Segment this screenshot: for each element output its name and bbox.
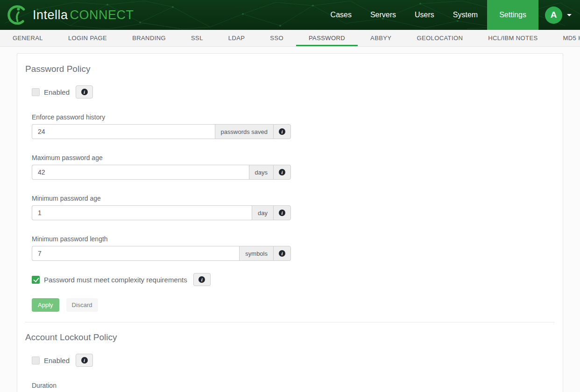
tab-ldap[interactable]: LDAP: [216, 30, 258, 46]
field-minimum-password-age: Minimum password age day: [32, 195, 555, 220]
tab-geolocation[interactable]: GEOLOCATION: [404, 30, 475, 46]
nav-item-settings[interactable]: Settings: [487, 0, 538, 30]
apply-button[interactable]: Apply: [32, 298, 59, 312]
top-navbar: IntellaCONNECT Cases Servers Users Syste…: [0, 0, 580, 30]
enforce-password-history-input[interactable]: [32, 124, 215, 139]
tab-login-page[interactable]: LOGIN PAGE: [56, 30, 120, 46]
tab-ssl[interactable]: SSL: [178, 30, 216, 46]
maximum-password-age-input[interactable]: [32, 165, 249, 180]
lockout-policy-title: Account Lockout Policy: [25, 332, 555, 343]
field-label: Enforce password history: [32, 113, 555, 121]
unit-addon: passwords saved: [215, 124, 273, 139]
password-policy-enabled-row: Enabled: [32, 85, 555, 98]
tab-hcl-ibm-notes[interactable]: HCL/IBM NOTES: [475, 30, 550, 46]
complexity-requirements-row: Password must meet complexity requiremen…: [32, 273, 555, 286]
lockout-policy-enabled-info-button[interactable]: [76, 354, 93, 367]
nav-item-system[interactable]: System: [444, 0, 487, 30]
chevron-down-icon: [567, 14, 572, 16]
lockout-policy-enabled-checkbox[interactable]: [32, 357, 40, 364]
password-policy-actions: Apply Discard: [32, 298, 555, 312]
settings-content: Password Policy Enabled Enforce password…: [0, 47, 580, 392]
field-label: Maximum password age: [32, 154, 555, 161]
info-icon: [81, 357, 88, 364]
field-minimum-password-length: Minimum password length symbols: [32, 235, 555, 261]
brand[interactable]: IntellaCONNECT: [0, 4, 134, 26]
info-icon: [81, 89, 88, 95]
input-group: days: [32, 165, 291, 180]
settings-tabbar: GENERAL LOGIN PAGE BRANDING SSL LDAP SSO…: [0, 30, 580, 47]
tab-branding[interactable]: BRANDING: [120, 30, 178, 46]
brand-name-secondary: CONNECT: [70, 8, 134, 22]
minimum-password-age-input[interactable]: [32, 205, 252, 220]
password-settings-card: Password Policy Enabled Enforce password…: [17, 53, 563, 392]
field-label: Duration: [32, 382, 555, 389]
info-icon: [279, 210, 285, 216]
user-menu[interactable]: A: [538, 7, 580, 24]
lockout-policy-enabled-row: Enabled: [32, 354, 555, 367]
main-navigation: Cases Servers Users System Settings A: [321, 0, 580, 30]
input-group: day: [32, 205, 291, 220]
field-info-button[interactable]: [273, 246, 291, 261]
field-maximum-password-age: Maximum password age days: [32, 154, 555, 180]
field-info-button[interactable]: [273, 205, 291, 220]
unit-addon: day: [252, 205, 273, 220]
password-policy-enabled-checkbox[interactable]: [32, 88, 40, 96]
tab-password[interactable]: PASSWORD: [296, 30, 358, 46]
section-divider: [25, 322, 555, 322]
nav-item-servers[interactable]: Servers: [361, 0, 405, 30]
password-policy-enabled-label: Enabled: [44, 88, 70, 96]
info-icon: [279, 169, 285, 175]
password-policy-title: Password Policy: [25, 64, 555, 74]
avatar[interactable]: A: [545, 7, 562, 24]
discard-button[interactable]: Discard: [66, 298, 98, 312]
tab-md5-hashes[interactable]: MD5 HASHES: [551, 30, 580, 46]
tab-general[interactable]: GENERAL: [0, 30, 56, 46]
nav-item-users[interactable]: Users: [405, 0, 444, 30]
field-duration: Duration minutes: [32, 382, 555, 392]
field-enforce-password-history: Enforce password history passwords saved: [32, 113, 555, 139]
password-policy-enabled-info-button[interactable]: [76, 85, 93, 98]
lockout-policy-enabled-label: Enabled: [44, 357, 70, 364]
field-label: Minimum password length: [32, 235, 555, 243]
info-icon: [198, 276, 205, 283]
unit-addon: days: [249, 165, 273, 180]
field-info-button[interactable]: [273, 124, 291, 139]
brand-name-primary: Intella: [33, 8, 68, 22]
input-group: passwords saved: [32, 124, 291, 139]
tab-abbyy[interactable]: ABBYY: [358, 30, 404, 46]
complexity-requirements-label: Password must meet complexity requiremen…: [44, 276, 187, 284]
unit-addon: symbols: [239, 246, 273, 261]
nav-item-cases[interactable]: Cases: [321, 0, 361, 30]
input-group: symbols: [32, 246, 291, 261]
complexity-requirements-checkbox[interactable]: [32, 276, 40, 284]
complexity-info-button[interactable]: [193, 273, 211, 286]
minimum-password-length-input[interactable]: [32, 246, 239, 261]
intella-logo-icon: [7, 4, 28, 26]
brand-name: IntellaCONNECT: [33, 8, 134, 22]
field-label: Minimum password age: [32, 195, 555, 202]
field-info-button[interactable]: [273, 165, 291, 180]
info-icon: [279, 250, 285, 257]
info-icon: [279, 128, 285, 135]
tab-sso[interactable]: SSO: [257, 30, 296, 46]
